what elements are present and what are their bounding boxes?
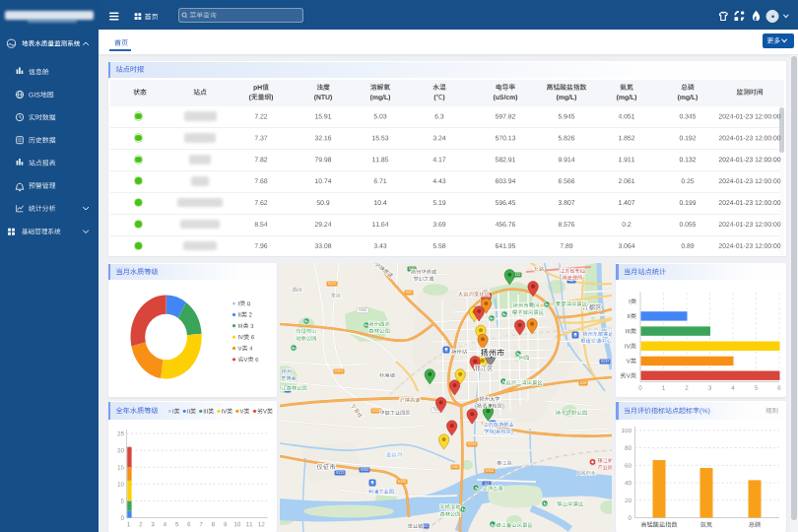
svg-text:G328: G328 xyxy=(372,409,381,413)
svg-text:S28: S28 xyxy=(580,381,586,385)
svg-text:S332: S332 xyxy=(361,468,368,472)
svg-text:S353: S353 xyxy=(335,369,343,373)
svg-text:S49: S49 xyxy=(406,291,412,295)
svg-text:S243: S243 xyxy=(468,442,476,446)
svg-text:S237: S237 xyxy=(601,360,609,364)
svg-text:S356: S356 xyxy=(486,469,494,473)
svg-text:G40: G40 xyxy=(452,465,459,469)
svg-text:S336: S336 xyxy=(398,480,406,484)
svg-text:S125: S125 xyxy=(336,471,344,475)
svg-text:S125: S125 xyxy=(328,282,336,286)
svg-text:X306: X306 xyxy=(359,308,366,312)
